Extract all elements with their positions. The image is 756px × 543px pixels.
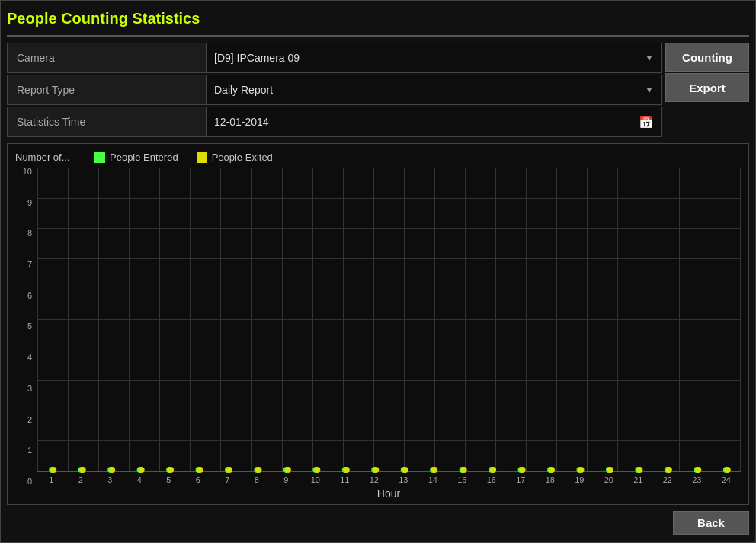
y-tick: 1	[27, 446, 32, 455]
legend-exited-label: People Exited	[212, 152, 273, 163]
x-tick: 3	[95, 475, 125, 484]
y-tick: 10	[23, 168, 32, 176]
x-axis-title: Hour	[37, 484, 741, 504]
x-tick: 12	[360, 475, 389, 484]
report-type-row: Report Type Daily Report ▼	[7, 75, 662, 105]
grid-area	[37, 168, 741, 472]
legend-exited: People Exited	[197, 152, 273, 163]
action-buttons: Counting Export	[665, 43, 749, 137]
x-tick: 16	[477, 475, 507, 484]
x-tick: 14	[418, 475, 448, 484]
chart-plot-area: 123456789101112131415161718192021222324 …	[37, 168, 741, 504]
svg-point-45	[695, 467, 701, 473]
svg-point-31	[490, 467, 496, 473]
x-tick: 15	[447, 475, 477, 484]
statistics-time-label: Statistics Time	[8, 116, 206, 128]
chart-svg	[37, 168, 741, 471]
camera-value: [D9] IPCamera 09	[214, 52, 300, 64]
legend-entered-box	[94, 152, 105, 163]
svg-point-33	[520, 467, 526, 473]
form-section: Camera [D9] IPCamera 09 ▼ Report Type Da…	[7, 43, 749, 137]
svg-point-41	[636, 467, 642, 473]
svg-point-21	[344, 467, 350, 473]
x-tick: 2	[66, 475, 96, 484]
svg-point-11	[197, 467, 203, 473]
svg-point-25	[402, 467, 408, 473]
chart-section: Number of... People Entered People Exite…	[7, 143, 749, 505]
x-tick: 9	[271, 475, 301, 484]
report-type-value: Daily Report	[214, 84, 273, 96]
svg-point-19	[314, 467, 320, 473]
x-tick: 13	[389, 475, 418, 484]
x-tick: 1	[37, 475, 66, 484]
svg-point-37	[578, 467, 584, 473]
back-button[interactable]: Back	[673, 511, 749, 535]
svg-point-23	[373, 467, 379, 473]
report-type-label: Report Type	[8, 84, 206, 96]
y-tick: 2	[27, 416, 32, 424]
svg-point-43	[666, 467, 672, 473]
svg-point-13	[226, 467, 232, 473]
y-tick: 9	[27, 199, 32, 207]
legend-exited-box	[197, 152, 207, 163]
y-tick: 0	[27, 478, 32, 486]
x-tick: 23	[682, 475, 712, 484]
report-type-dropdown[interactable]: Daily Report ▼	[206, 75, 662, 104]
legend-entered: People Entered	[94, 152, 178, 163]
chart-y-axis-label: Number of...	[15, 152, 76, 163]
x-tick: 22	[653, 475, 683, 484]
y-tick: 5	[27, 322, 32, 331]
y-tick: 8	[27, 229, 32, 238]
x-tick: 21	[623, 475, 653, 484]
statistics-time-input[interactable]: 12-01-2014 📅	[206, 107, 662, 136]
x-axis-labels: 123456789101112131415161718192021222324	[37, 475, 741, 484]
svg-point-9	[168, 467, 174, 473]
form-rows: Camera [D9] IPCamera 09 ▼ Report Type Da…	[7, 43, 662, 137]
calendar-icon[interactable]: 📅	[639, 115, 654, 129]
page-title: People Counting Statistics	[7, 7, 749, 37]
camera-row: Camera [D9] IPCamera 09 ▼	[7, 43, 662, 73]
svg-point-3	[80, 467, 86, 473]
x-tick: 8	[242, 475, 272, 484]
svg-point-1	[50, 467, 56, 473]
statistics-time-value: 12-01-2014	[214, 116, 269, 128]
svg-point-7	[139, 467, 145, 473]
svg-point-29	[461, 467, 467, 473]
x-tick: 24	[712, 475, 742, 484]
counting-button[interactable]: Counting	[665, 43, 749, 72]
export-button[interactable]: Export	[665, 73, 749, 102]
x-tick: 18	[536, 475, 565, 484]
camera-dropdown[interactable]: [D9] IPCamera 09 ▼	[206, 43, 662, 72]
y-tick: 3	[27, 385, 32, 393]
x-tick: 6	[184, 475, 213, 484]
x-tick: 11	[330, 475, 360, 484]
camera-label: Camera	[8, 52, 206, 64]
camera-dropdown-arrow: ▼	[645, 53, 654, 63]
report-type-dropdown-arrow: ▼	[645, 85, 654, 95]
svg-point-15	[255, 467, 261, 473]
y-tick: 7	[27, 260, 32, 269]
y-axis: 109876543210	[15, 168, 37, 504]
legend-entered-label: People Entered	[110, 152, 178, 163]
svg-point-47	[725, 467, 731, 473]
x-tick: 20	[594, 475, 624, 484]
chart-area: 109876543210 123456789101112131415161718…	[15, 168, 741, 504]
svg-point-5	[109, 467, 115, 473]
main-container: People Counting Statistics Camera [D9] I…	[0, 0, 756, 543]
x-tick: 7	[213, 475, 242, 484]
x-tick: 19	[565, 475, 594, 484]
statistics-time-row: Statistics Time 12-01-2014 📅	[7, 107, 662, 137]
x-tick: 10	[301, 475, 331, 484]
x-tick: 5	[154, 475, 184, 484]
svg-point-35	[549, 467, 555, 473]
y-tick: 6	[27, 292, 32, 300]
x-tick: 17	[506, 475, 536, 484]
x-tick: 4	[125, 475, 155, 484]
svg-point-27	[431, 467, 437, 473]
svg-point-17	[285, 467, 291, 473]
chart-header: Number of... People Entered People Exite…	[15, 152, 741, 163]
svg-point-39	[607, 467, 613, 473]
bottom-bar: Back	[7, 505, 749, 536]
y-tick: 4	[27, 353, 32, 362]
